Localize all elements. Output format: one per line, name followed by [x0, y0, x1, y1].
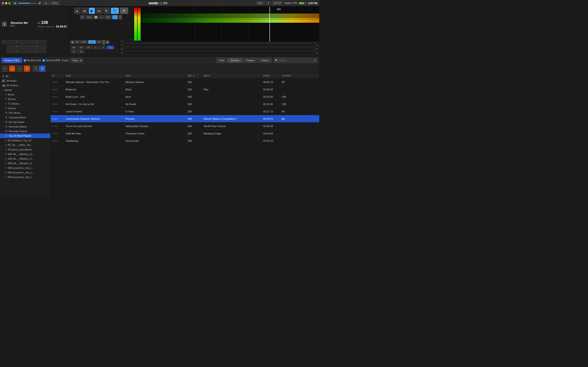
2x-down-btn[interactable]: ▼: [118, 17, 122, 19]
maximize-window-btn[interactable]: [8, 2, 10, 4]
loop-1-4-btn[interactable]: 1/4: [78, 46, 85, 49]
sidebar-item-va-ministry2[interactable]: ≡ 000-VA_-_Ministry_O...: [0, 156, 50, 161]
close-window-btn[interactable]: [2, 2, 4, 4]
col-header-album[interactable]: album: [202, 73, 262, 78]
grid-view-btn[interactable]: ⊞: [39, 66, 45, 72]
sidebar-item-tv-shows[interactable]: ≡ TV Shows: [0, 101, 50, 106]
add-crate-btn[interactable]: +: [2, 66, 8, 72]
prepare-tab[interactable]: Prepare: [243, 58, 258, 63]
half-btn[interactable]: 1/2X: [104, 15, 112, 19]
beat-grid-check[interactable]: Set Beat Grid: [24, 59, 41, 62]
loop-16-btn[interactable]: 16: [78, 50, 85, 53]
video-btn[interactable]: Video: [51, 1, 60, 5]
fx-plus-2b[interactable]: +: [316, 44, 318, 47]
sidebar-item-steve-aoki[interactable]: ≡ 00-steve_aoki-pillowf...: [0, 147, 50, 152]
loop-2x-up[interactable]: ▲: [103, 40, 106, 42]
sidebar-item-beatport[interactable]: ≡ 00_Beatport_Top_10...: [0, 138, 50, 143]
col-header-artist[interactable]: artist: [124, 73, 186, 78]
cue-btn-3[interactable]: +: [7, 45, 26, 49]
track-row[interactable]: serato Hold Me Now Thompson Twins 108 We…: [51, 130, 319, 137]
cue-btn-1[interactable]: +: [7, 40, 26, 44]
sidebar-item-movies[interactable]: ≡ Movies: [0, 97, 50, 101]
cue-btn-2[interactable]: +: [27, 40, 46, 44]
loop-out-btn[interactable]: OUT: [80, 40, 88, 44]
info-btn[interactable]: ℹ: [266, 1, 270, 5]
in-btn[interactable]: IN: [80, 15, 85, 19]
cue-btn-4[interactable]: +: [27, 45, 46, 49]
sidebar-item-genius[interactable]: ≡ Genius: [0, 106, 50, 110]
eject-btn[interactable]: ▲: [74, 8, 80, 14]
search-clear-btn[interactable]: ✕: [314, 59, 316, 62]
sidebar-item-va-promo2[interactable]: ≡ 000-va-promo_only_r...: [0, 170, 50, 175]
sidebar-item-recently-added[interactable]: ⚙ Recently Added: [0, 124, 50, 129]
sidebar-item-top-rated[interactable]: ⚙ My Top Rated: [0, 120, 50, 124]
track-row[interactable]: serato You're So Last Summer Taking Back…: [51, 123, 319, 130]
col-header-bpm[interactable]: bpm ▲: [186, 73, 202, 78]
cue-btn-5[interactable]: +: [7, 49, 26, 53]
sidebar-item-classical[interactable]: ⚙ Classical Music: [0, 115, 50, 120]
sidebar-item-va-promo3[interactable]: ≡ 000-va-promo_only_r...: [0, 175, 50, 179]
track-row[interactable]: serato Liquid Dreams O-Town 108 03:27.73…: [51, 108, 319, 115]
track-row[interactable]: serato Butta Love - 12B Next 108 04:55.5…: [51, 93, 319, 100]
add-smart-btn[interactable]: +: [17, 66, 23, 72]
loop-back-btn[interactable]: ◀: [70, 40, 74, 44]
2x-up-btn[interactable]: ▲: [118, 15, 122, 17]
loop-1-btn[interactable]: 1: [92, 46, 99, 49]
track-row[interactable]: serato Michael Jackson - Remember The Ti…: [51, 78, 319, 86]
loop-2x-down[interactable]: ▼: [103, 42, 106, 45]
analyze-files-btn[interactable]: Analyze Files: [2, 58, 22, 63]
fx-plus-4[interactable]: +: [121, 51, 122, 55]
two-x-btn[interactable]: 2X: [112, 15, 118, 19]
browse-tab[interactable]: Browse: [228, 58, 242, 63]
loop-forward-btn[interactable]: ▶: [106, 40, 110, 44]
track-row[interactable]: serato Bodyrock Moby 108 Play 03:36.45: [51, 86, 319, 93]
auto-bpm-checkbox[interactable]: [43, 59, 45, 62]
sidebar-item-va-ministry1[interactable]: ≡ 000-VA_-_Ministry_O...: [0, 152, 50, 156]
sidebar-item-recently-played[interactable]: ⚙ Recently Played: [0, 129, 50, 133]
sidebar-item-90s-music[interactable]: ⚙ 90's Music: [0, 110, 50, 115]
loop-2-btn[interactable]: 2: [100, 46, 107, 49]
sidebar-item-all-videos[interactable]: 📹 All Videos...: [0, 83, 50, 88]
record-btn[interactable]: ▲: [43, 1, 49, 5]
midi-btn[interactable]: MIDI: [256, 1, 264, 5]
play-btn[interactable]: ▶: [89, 8, 95, 14]
fx-plus-4b[interactable]: +: [316, 51, 318, 55]
minimize-window-btn[interactable]: [5, 2, 7, 4]
fx-input-2[interactable]: [123, 44, 315, 47]
history-tab[interactable]: History: [258, 58, 272, 63]
tempo-btn[interactable]: ↻: [103, 8, 110, 14]
sidebar-item-all-audio[interactable]: 🔊 All Audio...: [0, 78, 50, 83]
loop-1-2-btn[interactable]: 1/2: [85, 46, 92, 49]
loop-4-btn[interactable]: 4: [107, 46, 114, 49]
setup-btn[interactable]: SETUP: [272, 1, 283, 5]
fx-input-4[interactable]: [123, 51, 315, 55]
track-row[interactable]: serato Shatterbug Veruca Salt 108 04:16.…: [51, 137, 319, 144]
flip-btn[interactable]: ↩: [99, 15, 104, 19]
loop-2x-btn[interactable]: 2X: [96, 40, 102, 44]
crate-icon-btn[interactable]: 🗂: [9, 66, 15, 72]
list-view-btn[interactable]: ≡: [33, 66, 39, 72]
beat-grid-checkbox[interactable]: [24, 59, 26, 62]
sidebar-item-va-promo1[interactable]: ≡ 000-va-promo_only_r...: [0, 166, 50, 170]
smart-icon-btn[interactable]: ⚙: [24, 66, 30, 72]
next-btn[interactable]: ⏭: [96, 8, 103, 14]
sync-btn[interactable]: 🛡: [111, 8, 119, 14]
sidebar-item-va-ministry3[interactable]: ≡ 000-VA_-_Ministry_O...: [0, 161, 50, 166]
track-row[interactable]: serato Lisztomania (Classixx Version) Ph…: [51, 115, 319, 123]
auto-bpm-check[interactable]: Set Auto BPM: [43, 59, 60, 62]
volume-slider[interactable]: [18, 3, 37, 4]
loop-in-btn[interactable]: IN: [74, 40, 80, 44]
track-row[interactable]: serato No Doubt - I'm Just a Girl No Dou…: [51, 100, 319, 108]
fx-plus-1[interactable]: +: [121, 40, 122, 43]
loop-half-btn[interactable]: 1/2X: [88, 40, 96, 44]
prev-btn[interactable]: ⏮: [81, 8, 88, 14]
fx-input-3[interactable]: [123, 48, 315, 51]
scroll-left-btn[interactable]: ◀: [13, 2, 17, 5]
sync2-btn[interactable]: ↺: [120, 8, 128, 14]
sidebar-item-all[interactable]: ⚙ All...: [0, 74, 50, 78]
col-header-length[interactable]: length: [262, 73, 280, 78]
col-header-art[interactable]: art: [51, 73, 64, 78]
range-select[interactable]: None: [70, 58, 83, 63]
sidebar-item-va-100[interactable]: ≡ 00_VA_-_100%_Tec...: [0, 143, 50, 147]
rewind-btn[interactable]: ⏪: [93, 15, 99, 19]
